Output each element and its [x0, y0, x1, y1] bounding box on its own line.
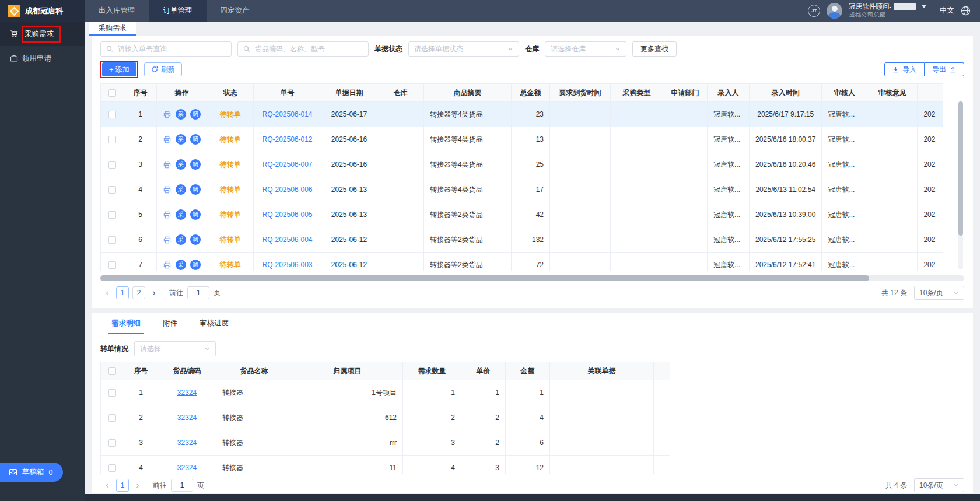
action-badge-icon[interactable]: 采 — [176, 209, 186, 220]
goods-search-input[interactable] — [237, 41, 369, 57]
refresh-button[interactable]: 刷新 — [144, 62, 182, 76]
action-badge-icon[interactable]: 采 — [176, 134, 186, 145]
language-switch[interactable]: 中文 — [940, 6, 954, 16]
table-row[interactable]: 4采调待转单RQ-202506-0062025-06-13转接器等4类货品17冠… — [101, 177, 943, 202]
record-link[interactable]: RQ-202506-014 — [262, 110, 312, 118]
action-badge-icon[interactable]: 采 — [176, 109, 186, 120]
page-size-select[interactable]: 10条/页 — [914, 478, 964, 492]
next-page-button[interactable]: › — [147, 286, 161, 300]
page-size-select[interactable]: 10条/页 — [914, 286, 964, 300]
cell-order_no: RQ-202506-003 — [254, 253, 321, 272]
add-button[interactable]: 添加 — [102, 62, 136, 76]
more-search-button[interactable]: 更多查找 — [632, 41, 677, 57]
support-icon[interactable]: JT — [808, 5, 820, 17]
user-block[interactable]: 冠唐软件顾问- 成都公司总部 — [849, 2, 926, 19]
tab-audit-progress[interactable]: 审核进度 — [188, 313, 240, 334]
checkbox[interactable] — [108, 464, 116, 472]
table-row[interactable]: 7采调待转单RQ-202506-0032025-06-12转接器等2类货品72冠… — [101, 253, 943, 272]
table-row[interactable]: 232324转接器612224 — [101, 405, 670, 430]
checkbox[interactable] — [108, 261, 116, 269]
transfer-select[interactable]: 请选择 — [134, 341, 216, 356]
table-row[interactable]: 332324转接器rrr326 — [101, 430, 670, 456]
nav-item-assets[interactable]: 固定资产 — [206, 0, 264, 22]
record-link[interactable]: RQ-202506-006 — [262, 185, 312, 194]
action-badge-icon[interactable]: 调 — [190, 134, 201, 145]
action-badge-icon[interactable]: 调 — [190, 109, 201, 120]
print-icon[interactable] — [163, 185, 172, 194]
tab-demand-detail[interactable]: 需求明细 — [100, 313, 152, 334]
checkbox[interactable] — [108, 211, 116, 219]
action-badge-icon[interactable]: 调 — [190, 159, 201, 170]
record-link[interactable]: RQ-202506-005 — [262, 211, 312, 219]
page-unit-label: 页 — [214, 288, 220, 298]
col-check[interactable] — [101, 362, 124, 380]
checkbox[interactable] — [108, 161, 116, 169]
action-badge-icon[interactable]: 采 — [176, 159, 186, 170]
page-number-1[interactable]: 1 — [116, 479, 129, 492]
print-icon[interactable] — [163, 135, 172, 144]
nav-item-warehouse[interactable]: 出入库管理 — [85, 0, 149, 22]
globe-icon[interactable] — [961, 6, 971, 16]
record-link[interactable]: 32324 — [177, 464, 197, 472]
prev-page-button[interactable]: ‹ — [100, 478, 114, 492]
action-badge-icon[interactable]: 调 — [190, 260, 201, 270]
next-page-button[interactable]: › — [131, 478, 145, 492]
checkbox[interactable] — [108, 414, 116, 422]
record-link[interactable]: RQ-202506-004 — [262, 236, 312, 244]
warehouse-select[interactable]: 请选择仓库 — [545, 41, 626, 57]
goto-page-input[interactable] — [187, 286, 209, 299]
checkbox[interactable] — [108, 439, 116, 447]
page-number-1[interactable]: 1 — [116, 286, 129, 299]
print-icon[interactable] — [163, 236, 172, 244]
action-badge-icon[interactable]: 采 — [176, 260, 186, 270]
checkbox[interactable] — [108, 136, 116, 143]
print-icon[interactable] — [163, 160, 172, 169]
vertical-scrollbar[interactable] — [958, 101, 963, 269]
draftbox-button[interactable]: 草稿箱 0 — [0, 463, 63, 482]
horizontal-scrollbar[interactable] — [100, 275, 964, 281]
print-icon[interactable] — [163, 261, 172, 269]
avatar[interactable] — [827, 3, 842, 19]
record-link[interactable]: RQ-202506-012 — [262, 135, 312, 143]
chevron-down-icon[interactable] — [922, 5, 926, 8]
nav-item-orders[interactable]: 订单管理 — [149, 0, 206, 22]
table-row[interactable]: 2采调待转单RQ-202506-0122025-06-16转接器等4类货品13冠… — [101, 127, 943, 152]
sidebar-item-requisition[interactable]: 领用申请 — [0, 46, 85, 71]
action-badge-icon[interactable]: 调 — [190, 234, 201, 245]
sidebar-item-purchase-request[interactable]: 采购需求 — [0, 22, 85, 46]
record-link[interactable]: RQ-202506-007 — [262, 160, 312, 169]
checkbox[interactable] — [108, 186, 116, 194]
import-button[interactable]: 导入 — [884, 62, 925, 76]
table-row[interactable]: 3采调待转单RQ-202506-0072025-06-16转接器等4类货品25冠… — [101, 152, 943, 177]
prev-page-button[interactable]: ‹ — [100, 286, 114, 300]
print-icon[interactable] — [163, 211, 172, 219]
table-row[interactable]: 132324转接器1号项目111 — [101, 380, 670, 405]
goto-page-input[interactable] — [171, 479, 193, 492]
action-badge-icon[interactable]: 采 — [176, 234, 186, 245]
checkbox[interactable] — [108, 111, 116, 118]
table-row[interactable]: 432324转接器114312 — [101, 456, 670, 474]
record-link[interactable]: 32324 — [177, 439, 197, 447]
tab-attachments[interactable]: 附件 — [152, 313, 188, 334]
status-select[interactable]: 请选择单据状态 — [408, 41, 519, 57]
tab-purchase-request[interactable]: 采购需求 — [89, 22, 136, 36]
print-icon[interactable] — [163, 110, 172, 119]
page-number-2[interactable]: 2 — [132, 286, 145, 299]
record-link[interactable]: RQ-202506-003 — [262, 261, 312, 269]
table-row[interactable]: 1采调待转单RQ-202506-0142025-06-17转接器等4类货品23冠… — [101, 102, 943, 127]
table-row[interactable]: 6采调待转单RQ-202506-0042025-06-12转接器等2类货品132… — [101, 227, 943, 253]
checkbox[interactable] — [108, 389, 116, 397]
record-link[interactable]: 32324 — [177, 388, 197, 397]
action-badge-icon[interactable]: 调 — [190, 209, 201, 220]
checkbox[interactable] — [108, 367, 116, 375]
record-link[interactable]: 32324 — [177, 414, 197, 422]
checkbox[interactable] — [108, 236, 116, 244]
table-row[interactable]: 5采调待转单RQ-202506-0052025-06-13转接器等2类货品42冠… — [101, 202, 943, 227]
action-badge-icon[interactable]: 调 — [190, 184, 201, 195]
action-badge-icon[interactable]: 采 — [176, 184, 186, 195]
col-check[interactable] — [101, 84, 124, 102]
checkbox[interactable] — [108, 89, 116, 97]
export-button[interactable]: 导出 — [925, 62, 964, 76]
cell-extra: 202 — [918, 102, 943, 127]
order-search-input[interactable] — [100, 41, 232, 57]
